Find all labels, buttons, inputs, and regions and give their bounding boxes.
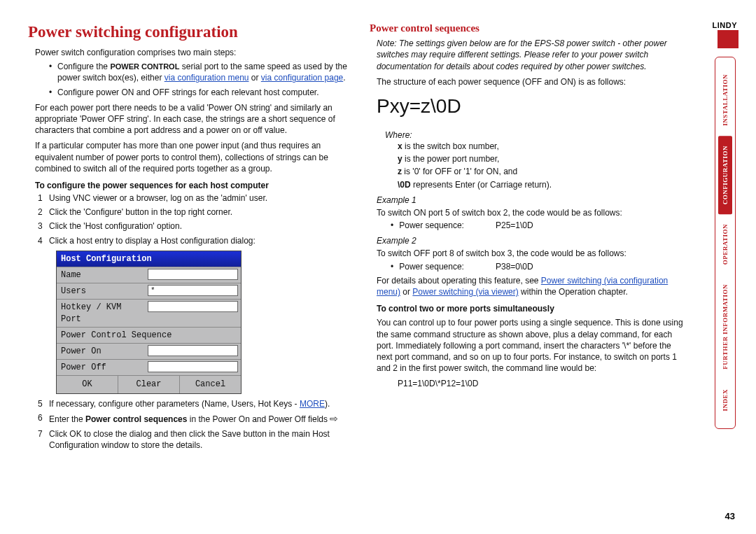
nav-index[interactable]: INDEX — [718, 379, 732, 421]
cancel-button[interactable]: Cancel — [180, 376, 241, 393]
example-1-seq: Power sequence:P25=1\0D — [391, 220, 688, 231]
name-field[interactable] — [148, 269, 238, 280]
poweroff-field[interactable] — [148, 361, 238, 372]
link-config-menu[interactable]: via configuration menu — [164, 73, 249, 83]
step-1: 1Using VNC viewer or a browser, log on a… — [49, 192, 350, 204]
hotkey-field[interactable] — [148, 301, 238, 312]
where-x: x is the switch box number, — [398, 141, 688, 152]
paragraph-1: For each power port there needs to be a … — [35, 102, 350, 136]
example-2-text: To switch OFF port 8 of switch box 3, th… — [377, 248, 688, 259]
step-6: 6Enter the Power control sequences in th… — [49, 412, 350, 426]
formula: Pxy=z\0D — [377, 93, 688, 120]
where-0d: \0D represents Enter (or Carriage return… — [398, 179, 688, 190]
dialog-label-hotkey: Hotkey / KVM Port — [57, 300, 148, 326]
example-2-seq: Power sequence:P38=0\0D — [391, 261, 688, 272]
dialog-label-name: Name — [57, 267, 148, 283]
page-title: Power switching configuration — [28, 21, 350, 43]
step-7: 7Click OK to close the dialog and then c… — [49, 428, 350, 451]
poweron-field[interactable] — [148, 345, 238, 356]
sidebar-nav: INSTALLATION CONFIGURATION OPERATION FUR… — [715, 57, 736, 429]
multi-port-heading: To control two or more ports simultaneou… — [377, 303, 688, 314]
example-1-label: Example 1 — [377, 195, 688, 206]
where-z: z is '0' for OFF or '1' for ON, and — [398, 166, 688, 177]
note-text: Note: The settings given below are for t… — [377, 38, 688, 72]
structure-text: The structure of each power sequence (OF… — [377, 76, 688, 87]
page-number: 43 — [725, 511, 735, 521]
logo: LINDY — [712, 21, 738, 51]
dialog-title: Host Configuration — [57, 251, 241, 267]
step-4: 4Click a host entry to display a Host co… — [49, 235, 350, 246]
logo-icon — [718, 30, 738, 48]
dialog-label-poweroff: Power Off — [57, 360, 148, 375]
host-configuration-dialog: Host Configuration Name Users* Hotkey / … — [56, 251, 241, 394]
subsection-title: Power control sequences — [370, 21, 688, 35]
dialog-label-poweron: Power On — [57, 344, 148, 359]
left-column: Power switching configuration Power swit… — [28, 21, 350, 454]
ok-button[interactable]: OK — [57, 376, 118, 393]
where-y: y is the power port number, — [398, 153, 688, 164]
link-ps-viewer[interactable]: Power switching (via viewer) — [412, 287, 518, 297]
paragraph-2: If a particular computer has more than o… — [35, 140, 350, 174]
users-field[interactable]: * — [148, 285, 238, 296]
sidebar: LINDY INSTALLATION CONFIGURATION OPERATI… — [708, 21, 743, 454]
multi-port-text: You can control up to four power ports u… — [377, 317, 688, 374]
arrow-icon: ⇨ — [330, 413, 338, 424]
steps-heading: To configure the power sequences for eac… — [35, 180, 350, 191]
link-config-page[interactable]: via configuration page — [261, 73, 343, 83]
intro-text: Power switch configuration comprises two… — [35, 47, 350, 58]
dialog-label-users: Users — [57, 283, 148, 299]
bullet-1: Configure the POWER CONTROL serial port … — [49, 61, 350, 83]
example-2-label: Example 2 — [377, 235, 688, 246]
nav-further-information[interactable]: FURTHER INFORMATION — [718, 274, 732, 379]
multi-port-code: P11=1\0D\*P12=1\0D — [398, 378, 688, 389]
step-5: 5If necessary, configure other parameter… — [49, 398, 350, 409]
nav-configuration[interactable]: CONFIGURATION — [718, 136, 732, 214]
where-label: Where: — [385, 129, 688, 141]
dialog-label-pcs: Power Control Sequence — [57, 328, 241, 343]
nav-installation[interactable]: INSTALLATION — [718, 64, 732, 136]
bullet-2: Configure power ON and OFF strings for e… — [49, 87, 350, 98]
right-column: Power control sequences Note: The settin… — [370, 21, 688, 454]
link-more[interactable]: MORE — [300, 399, 325, 409]
example-1-text: To switch ON port 5 of switch box 2, the… — [377, 207, 688, 218]
step-3: 3Click the 'Host configuration' option. — [49, 220, 350, 232]
nav-operation[interactable]: OPERATION — [718, 214, 732, 274]
step-2: 2Click the 'Configure' button in the top… — [49, 206, 350, 218]
clear-button[interactable]: Clear — [118, 376, 180, 393]
details-text: For details about operating this feature… — [377, 275, 688, 297]
